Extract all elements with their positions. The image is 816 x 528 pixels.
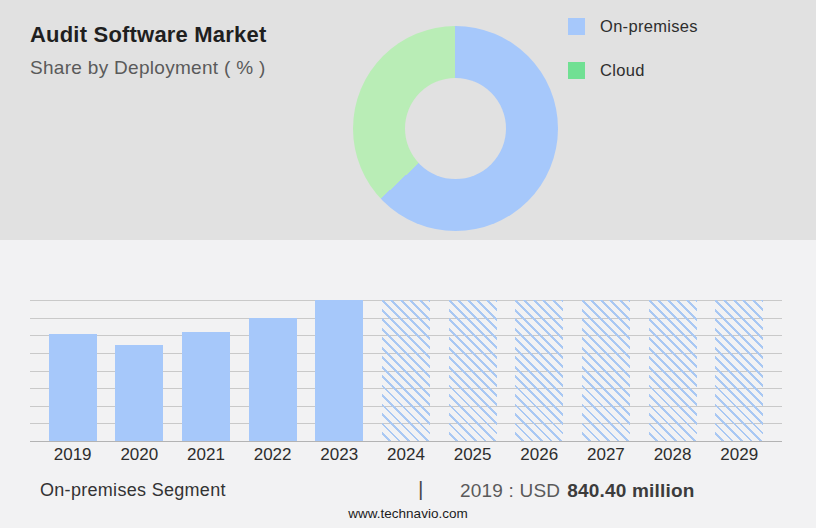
infographic: Audit Software Market Share by Deploymen… xyxy=(0,0,816,528)
header-panel: Audit Software Market Share by Deploymen… xyxy=(0,0,816,240)
x-label-2020: 2020 xyxy=(115,445,163,465)
bar-2025 xyxy=(449,300,497,441)
legend-item-on-premises: On-premises xyxy=(568,17,698,36)
website-url: www.technavio.com xyxy=(0,506,816,521)
x-label-2025: 2025 xyxy=(449,445,497,465)
donut-chart xyxy=(353,26,558,231)
page-title: Audit Software Market xyxy=(30,22,266,48)
bar-2028 xyxy=(649,300,697,441)
segment-label: On-premises Segment xyxy=(40,480,226,501)
bar-2023 xyxy=(315,300,363,441)
x-label-2028: 2028 xyxy=(649,445,697,465)
legend-label-cloud: Cloud xyxy=(600,61,645,80)
bar-2019 xyxy=(49,334,97,442)
bar-chart xyxy=(30,300,782,441)
value-line: 2019 : USD840.40 million xyxy=(460,480,695,502)
bar-2021 xyxy=(182,332,230,441)
bar-2024 xyxy=(382,300,430,441)
legend-swatch-on-premises xyxy=(568,18,585,35)
legend-label-on-premises: On-premises xyxy=(600,17,698,36)
value-prefix: 2019 : USD xyxy=(460,480,560,501)
bar-panel: 2019202020212022202320242025202620272028… xyxy=(0,240,816,528)
bar-2022 xyxy=(249,318,297,441)
legend-item-cloud: Cloud xyxy=(568,61,698,80)
x-axis-line xyxy=(30,441,782,442)
x-label-2021: 2021 xyxy=(182,445,230,465)
x-label-2029: 2029 xyxy=(715,445,763,465)
bar-2020 xyxy=(115,345,163,441)
value-amount: 840.40 million xyxy=(567,480,694,501)
x-label-2024: 2024 xyxy=(382,445,430,465)
x-label-2022: 2022 xyxy=(249,445,297,465)
x-label-2026: 2026 xyxy=(515,445,563,465)
page-subtitle: Share by Deployment ( % ) xyxy=(30,57,266,79)
footer-separator: | xyxy=(418,477,423,501)
donut-hole xyxy=(405,78,506,179)
x-label-2019: 2019 xyxy=(49,445,97,465)
title-block: Audit Software Market Share by Deploymen… xyxy=(30,22,266,79)
bar-2027 xyxy=(582,300,630,441)
bar-2026 xyxy=(515,300,563,441)
x-axis-labels: 2019202020212022202320242025202620272028… xyxy=(30,445,782,465)
x-label-2027: 2027 xyxy=(582,445,630,465)
bar-2029 xyxy=(715,300,763,441)
x-label-2023: 2023 xyxy=(315,445,363,465)
legend-swatch-cloud xyxy=(568,62,585,79)
legend: On-premises Cloud xyxy=(568,17,698,80)
bars xyxy=(30,300,782,441)
